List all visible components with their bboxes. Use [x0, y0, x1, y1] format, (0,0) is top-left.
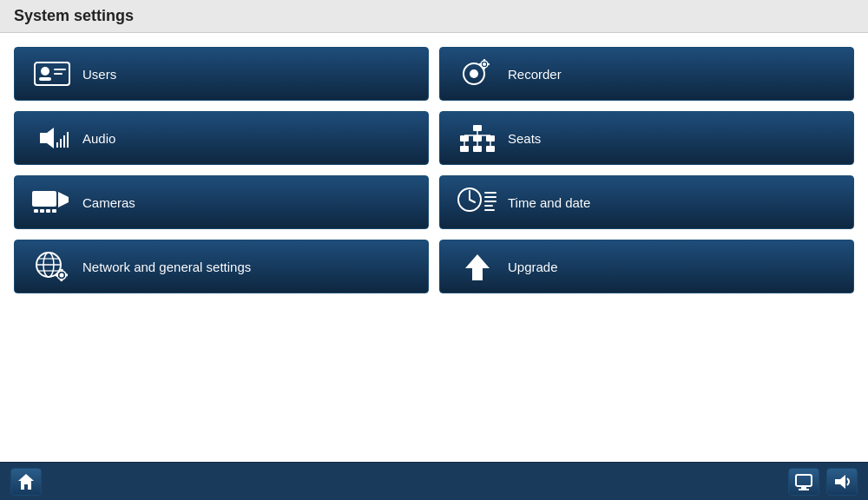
svg-rect-42: [484, 205, 493, 207]
home-button[interactable]: [10, 468, 42, 496]
menu-grid: Users: [14, 47, 854, 293]
network-label: Network and general settings: [82, 260, 251, 274]
svg-rect-3: [54, 69, 66, 70]
svg-point-6: [470, 69, 478, 78]
footer: [0, 462, 868, 500]
seats-label: Seats: [508, 131, 541, 146]
svg-marker-59: [465, 254, 490, 280]
svg-point-50: [60, 273, 64, 278]
upgrade-icon: [454, 249, 501, 284]
svg-rect-35: [52, 209, 56, 213]
svg-point-8: [483, 62, 486, 66]
upgrade-button[interactable]: Upgrade: [439, 240, 854, 293]
svg-marker-60: [18, 474, 34, 490]
svg-marker-13: [40, 128, 54, 148]
time-and-date-button[interactable]: Time and date: [439, 175, 854, 229]
svg-rect-18: [473, 125, 482, 131]
network-icon: [29, 249, 76, 284]
main-content: Users: [0, 33, 868, 462]
users-icon: [29, 56, 76, 91]
time-and-date-label: Time and date: [508, 195, 590, 210]
svg-rect-2: [39, 77, 51, 81]
header: System settings: [0, 0, 868, 33]
monitor-button[interactable]: [788, 468, 819, 496]
audio-icon: [29, 121, 76, 155]
svg-rect-34: [46, 209, 50, 213]
seats-button[interactable]: Seats: [439, 111, 854, 165]
svg-rect-4: [54, 73, 62, 75]
upgrade-label: Upgrade: [508, 260, 558, 274]
svg-rect-43: [484, 209, 495, 211]
network-button[interactable]: Network and general settings: [14, 240, 429, 293]
svg-rect-22: [460, 146, 469, 152]
time-and-date-icon: [454, 185, 501, 220]
svg-rect-40: [484, 196, 496, 198]
cameras-button[interactable]: Cameras: [14, 175, 429, 229]
svg-marker-31: [58, 192, 69, 207]
svg-rect-10: [483, 67, 485, 69]
svg-rect-0: [35, 62, 69, 85]
svg-rect-61: [796, 475, 812, 486]
svg-rect-63: [799, 489, 809, 490]
audio-label: Audio: [82, 131, 115, 146]
recorder-button[interactable]: Recorder: [439, 47, 854, 101]
svg-rect-39: [484, 192, 496, 194]
svg-rect-20: [473, 135, 482, 141]
seats-icon: [454, 121, 501, 155]
svg-rect-15: [60, 139, 62, 148]
svg-rect-16: [63, 135, 65, 148]
audio-button[interactable]: Audio: [14, 111, 429, 165]
svg-line-38: [470, 200, 475, 202]
users-button[interactable]: Users: [14, 47, 429, 101]
svg-rect-33: [40, 209, 44, 213]
recorder-label: Recorder: [508, 67, 562, 82]
svg-rect-24: [486, 146, 495, 152]
svg-rect-23: [473, 146, 482, 152]
svg-rect-12: [479, 63, 482, 65]
svg-rect-11: [487, 63, 490, 65]
svg-rect-62: [801, 487, 806, 489]
svg-rect-14: [56, 142, 58, 148]
cameras-icon: [29, 185, 76, 220]
users-label: Users: [82, 67, 116, 82]
svg-rect-19: [460, 135, 469, 141]
svg-rect-17: [67, 132, 69, 148]
audio-footer-button[interactable]: [826, 468, 858, 496]
svg-rect-30: [32, 191, 56, 207]
cameras-label: Cameras: [82, 195, 135, 210]
svg-rect-9: [483, 59, 485, 62]
svg-rect-41: [484, 201, 496, 202]
svg-rect-21: [486, 135, 495, 141]
page-title: System settings: [14, 7, 134, 24]
recorder-icon: [454, 56, 501, 91]
svg-marker-64: [835, 475, 845, 489]
svg-point-1: [41, 67, 49, 76]
svg-rect-32: [34, 209, 38, 213]
